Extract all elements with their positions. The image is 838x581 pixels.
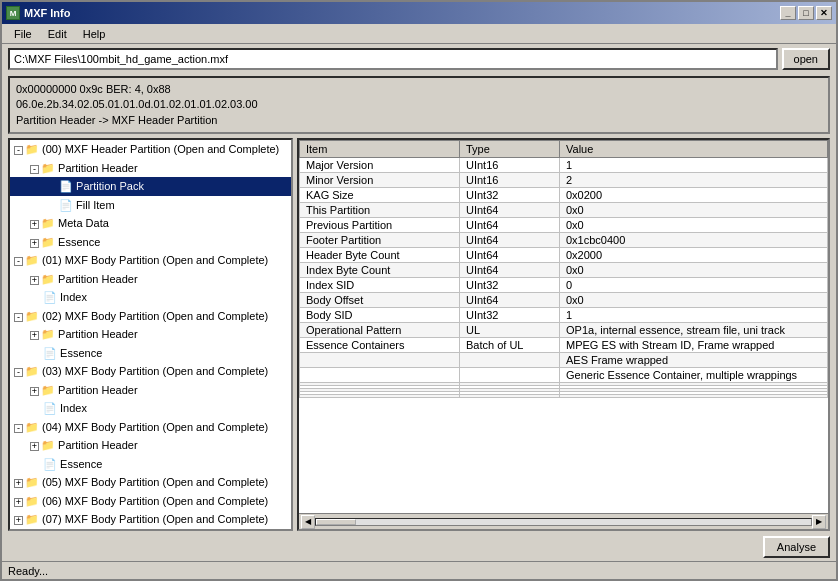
expand-icon[interactable]: + (30, 239, 39, 248)
tree-item[interactable]: 📄 Essence (10, 455, 291, 474)
scroll-right-button[interactable]: ▶ (812, 515, 826, 529)
table-row[interactable]: This PartitionUInt640x0 (300, 203, 828, 218)
table-row[interactable]: Index Byte CountUInt640x0 (300, 263, 828, 278)
tree-container: -📁 (00) MXF Header Partition (Open and C… (10, 140, 291, 531)
tree-item[interactable]: 📄 Index (10, 288, 291, 307)
cell-value: 0x0 (560, 218, 828, 233)
tree-item[interactable]: -📁 (01) MXF Body Partition (Open and Com… (10, 251, 291, 270)
table-row[interactable] (300, 395, 828, 398)
window-title: MXF Info (24, 7, 780, 19)
expand-icon[interactable]: + (30, 387, 39, 396)
tree-item[interactable]: -📁 (03) MXF Body Partition (Open and Com… (10, 362, 291, 381)
table-row[interactable]: Footer PartitionUInt640x1cbc0400 (300, 233, 828, 248)
cell-value: Generic Essence Container, multiple wrap… (560, 368, 828, 383)
tree-item[interactable]: 📄 Essence (10, 344, 291, 363)
expand-icon[interactable]: - (14, 313, 23, 322)
tree-item[interactable]: -📁 Partition Header (10, 159, 291, 178)
tree-label: (05) MXF Body Partition (Open and Comple… (42, 476, 268, 488)
cell-item: Essence Containers (300, 338, 460, 353)
table-row[interactable]: Generic Essence Container, multiple wrap… (300, 368, 828, 383)
tree-panel[interactable]: -📁 (00) MXF Header Partition (Open and C… (8, 138, 293, 531)
cell-type: UInt16 (460, 158, 560, 173)
menu-edit[interactable]: Edit (40, 26, 75, 42)
cell-item (300, 395, 460, 398)
scroll-left-button[interactable]: ◀ (301, 515, 315, 529)
file-path-input[interactable] (8, 48, 778, 70)
cell-value: 0x1cbc0400 (560, 233, 828, 248)
tree-item[interactable]: +📁 Essence (10, 233, 291, 252)
expand-icon[interactable]: + (30, 442, 39, 451)
tree-label: Partition Header (58, 162, 138, 174)
table-body: Major VersionUInt161Minor VersionUInt162… (300, 158, 828, 398)
tree-item[interactable]: +📁 Partition Header (10, 436, 291, 455)
expand-icon[interactable]: - (14, 424, 23, 433)
status-bar: Ready... (2, 561, 836, 579)
cell-value: 1 (560, 308, 828, 323)
scrollbar-track[interactable] (315, 518, 812, 526)
cell-item (300, 353, 460, 368)
expand-icon[interactable]: - (30, 165, 39, 174)
cell-item: Minor Version (300, 173, 460, 188)
tree-label: Partition Header (58, 384, 138, 396)
table-row[interactable]: Operational PatternULOP1a, internal esse… (300, 323, 828, 338)
close-button[interactable]: ✕ (816, 6, 832, 20)
tree-item[interactable]: 📄 Fill Item (10, 196, 291, 215)
table-row[interactable]: Body SIDUInt321 (300, 308, 828, 323)
tree-item[interactable]: +📁 (05) MXF Body Partition (Open and Com… (10, 473, 291, 492)
tree-item[interactable]: 📄 Index (10, 399, 291, 418)
cell-type: UInt32 (460, 188, 560, 203)
cell-value: 2 (560, 173, 828, 188)
table-row[interactable]: Body OffsetUInt640x0 (300, 293, 828, 308)
cell-item: Index Byte Count (300, 263, 460, 278)
tree-item[interactable]: +📁 Meta Data (10, 214, 291, 233)
cell-item: Major Version (300, 158, 460, 173)
table-row[interactable]: Minor VersionUInt162 (300, 173, 828, 188)
maximize-button[interactable]: □ (798, 6, 814, 20)
expand-icon[interactable]: + (30, 276, 39, 285)
menu-file[interactable]: File (6, 26, 40, 42)
table-wrapper[interactable]: Item Type Value Major VersionUInt161Mino… (299, 140, 828, 513)
tree-item[interactable]: +📁 (06) MXF Body Partition (Open and Com… (10, 492, 291, 511)
expand-icon[interactable]: + (14, 516, 23, 525)
status-text: Ready... (8, 565, 48, 577)
expand-icon[interactable]: - (14, 257, 23, 266)
horizontal-scrollbar[interactable]: ◀ ▶ (299, 513, 828, 529)
tree-item[interactable]: +📁 (07) MXF Body Partition (Open and Com… (10, 510, 291, 529)
tree-item[interactable]: -📁 (02) MXF Body Partition (Open and Com… (10, 307, 291, 326)
table-row[interactable]: Major VersionUInt161 (300, 158, 828, 173)
tree-item[interactable]: -📁 (04) MXF Body Partition (Open and Com… (10, 418, 291, 437)
tree-item[interactable]: +📁 Partition Header (10, 381, 291, 400)
info-line2: 06.0e.2b.34.02.05.01.01.0d.01.02.01.01.0… (16, 97, 822, 112)
analyse-button[interactable]: Analyse (763, 536, 830, 558)
table-row[interactable]: Index SIDUInt320 (300, 278, 828, 293)
open-button[interactable]: open (782, 48, 830, 70)
cell-item: Previous Partition (300, 218, 460, 233)
tree-label: Meta Data (58, 217, 109, 229)
cell-value: 0x0 (560, 293, 828, 308)
expand-icon[interactable]: - (14, 146, 23, 155)
expand-icon[interactable]: + (30, 331, 39, 340)
expand-icon[interactable]: + (14, 498, 23, 507)
menu-help[interactable]: Help (75, 26, 114, 42)
cell-type: UInt32 (460, 308, 560, 323)
tree-item[interactable]: +📁 Partition Header (10, 270, 291, 289)
table-row[interactable]: AES Frame wrapped (300, 353, 828, 368)
table-row[interactable]: Header Byte CountUInt640x2000 (300, 248, 828, 263)
minimize-button[interactable]: _ (780, 6, 796, 20)
expand-icon[interactable]: + (30, 220, 39, 229)
expand-icon[interactable]: + (14, 479, 23, 488)
scrollbar-thumb[interactable] (316, 519, 356, 525)
cell-type: UInt64 (460, 248, 560, 263)
table-row[interactable]: Previous PartitionUInt640x0 (300, 218, 828, 233)
tree-label: Partition Header (58, 328, 138, 340)
cell-value: MPEG ES with Stream ID, Frame wrapped (560, 338, 828, 353)
cell-value: 0x2000 (560, 248, 828, 263)
tree-item[interactable]: 📄 Partition Pack (10, 177, 291, 196)
tree-item[interactable]: +📁 Partition Header (10, 325, 291, 344)
table-row[interactable]: Essence ContainersBatch of ULMPEG ES wit… (300, 338, 828, 353)
tree-item[interactable]: +📁 (08) MXF Footer Partition (Closed and… (10, 529, 291, 531)
expand-icon[interactable]: - (14, 368, 23, 377)
cell-type: UInt64 (460, 203, 560, 218)
tree-item[interactable]: -📁 (00) MXF Header Partition (Open and C… (10, 140, 291, 159)
table-row[interactable]: KAG SizeUInt320x0200 (300, 188, 828, 203)
